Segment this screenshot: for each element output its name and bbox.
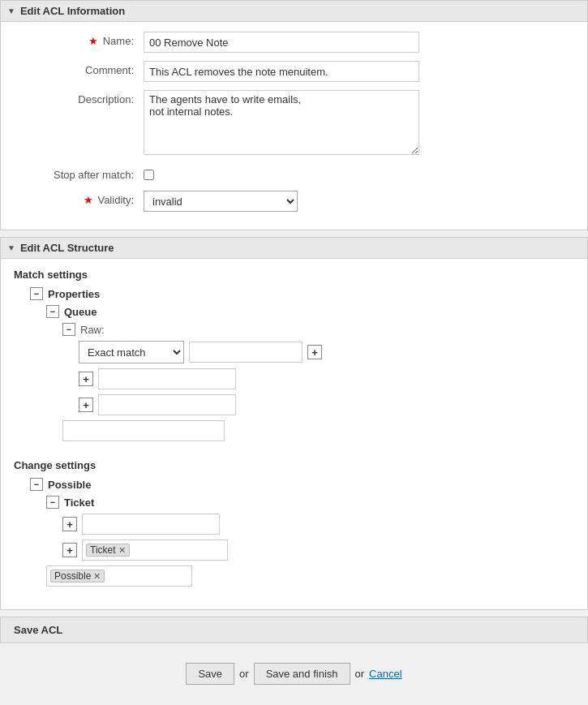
match-type-select[interactable]: Exact match Regular expression Not equal… bbox=[79, 341, 184, 363]
add-raw-row-2-btn[interactable]: + bbox=[79, 398, 93, 412]
edit-acl-info-title: Edit ACL Information bbox=[20, 5, 125, 17]
stop-after-match-label: Stop after match: bbox=[14, 166, 144, 181]
or-text-2: or bbox=[355, 668, 365, 680]
possible-tag-container: Possible ✕ bbox=[46, 565, 192, 587]
possible-label: Possible bbox=[48, 479, 91, 491]
stop-after-match-field-container bbox=[144, 166, 574, 183]
comment-label: Comment: bbox=[14, 61, 144, 76]
bottom-buttons-container: Save or Save and finish or Cancel bbox=[0, 650, 588, 698]
raw-input-row-2: + bbox=[14, 394, 574, 415]
queue-collapse-btn[interactable]: − bbox=[46, 305, 59, 318]
queue-search-input[interactable] bbox=[62, 420, 225, 441]
ticket-row: − Ticket bbox=[14, 496, 574, 509]
ticket-tag-text: Ticket bbox=[90, 544, 116, 556]
description-field-container: The agents have to write emails, not int… bbox=[144, 90, 574, 157]
add-ticket-tag-btn[interactable]: + bbox=[62, 543, 77, 557]
ticket-tag: Ticket ✕ bbox=[86, 544, 130, 557]
ticket-tag-container: Ticket ✕ bbox=[82, 539, 228, 561]
edit-acl-structure-section: ▼ Edit ACL Structure Match settings − Pr… bbox=[0, 237, 588, 610]
validity-label: ★ Validity: bbox=[14, 191, 144, 206]
stop-after-match-row: Stop after match: bbox=[14, 166, 574, 183]
properties-row: − Properties bbox=[14, 287, 574, 300]
collapse-triangle-info: ▼ bbox=[7, 6, 15, 15]
ticket-input-row-1: + bbox=[14, 514, 574, 535]
raw-collapse-btn[interactable]: − bbox=[62, 323, 75, 336]
raw-label: Raw: bbox=[80, 324, 105, 336]
validity-row: ★ Validity: invalid valid bbox=[14, 191, 574, 212]
description-label: Description: bbox=[14, 90, 144, 105]
save-and-finish-button[interactable]: Save and finish bbox=[254, 663, 350, 685]
edit-acl-info-header[interactable]: ▼ Edit ACL Information bbox=[1, 1, 587, 22]
description-row: Description: The agents have to write em… bbox=[14, 90, 574, 157]
save-acl-label: Save ACL bbox=[14, 624, 62, 636]
name-row: ★ Name: bbox=[14, 32, 574, 53]
validity-select[interactable]: invalid valid bbox=[144, 191, 298, 212]
match-value-input[interactable] bbox=[189, 342, 303, 363]
spacer-1 bbox=[14, 446, 574, 459]
spacer-2 bbox=[14, 591, 574, 600]
possible-tag: Possible ✕ bbox=[50, 570, 105, 582]
validity-field-container: invalid valid bbox=[144, 191, 574, 212]
ticket-tag-close-btn[interactable]: ✕ bbox=[118, 545, 126, 556]
possible-tag-row: Possible ✕ bbox=[14, 565, 574, 587]
ticket-collapse-btn[interactable]: − bbox=[46, 496, 59, 509]
add-ticket-input-1-btn[interactable]: + bbox=[62, 517, 77, 531]
cancel-button[interactable]: Cancel bbox=[369, 668, 401, 680]
name-required: ★ bbox=[88, 35, 98, 47]
possible-collapse-btn[interactable]: − bbox=[30, 478, 43, 491]
comment-input[interactable] bbox=[144, 61, 419, 82]
validity-required: ★ bbox=[84, 194, 93, 206]
properties-label: Properties bbox=[48, 288, 100, 300]
match-settings-label: Match settings bbox=[14, 269, 574, 281]
edit-acl-structure-header[interactable]: ▼ Edit ACL Structure bbox=[1, 238, 587, 259]
comment-row: Comment: bbox=[14, 61, 574, 82]
collapse-triangle-structure: ▼ bbox=[7, 243, 15, 252]
raw-input-row-1: + bbox=[14, 368, 574, 389]
comment-field-container bbox=[144, 61, 574, 82]
acl-structure-body: Match settings − Properties − Queue − Ra… bbox=[1, 259, 587, 609]
ticket-tag-row: + Ticket ✕ bbox=[14, 539, 574, 561]
edit-acl-structure-title: Edit ACL Structure bbox=[20, 242, 114, 254]
stop-after-match-checkbox[interactable] bbox=[144, 170, 154, 180]
queue-label: Queue bbox=[64, 306, 97, 318]
save-button[interactable]: Save bbox=[186, 663, 234, 685]
name-label: ★ Name: bbox=[14, 32, 144, 47]
match-type-row: Exact match Regular expression Not equal… bbox=[14, 341, 574, 363]
raw-input-1[interactable] bbox=[98, 368, 236, 389]
save-acl-section: Save ACL bbox=[0, 617, 588, 643]
edit-acl-info-section: ▼ Edit ACL Information ★ Name: Comment: … bbox=[0, 0, 588, 230]
ticket-input-1[interactable] bbox=[82, 514, 220, 535]
name-input[interactable] bbox=[144, 32, 419, 53]
description-textarea[interactable]: The agents have to write emails, not int… bbox=[144, 90, 419, 155]
properties-collapse-btn[interactable]: − bbox=[30, 287, 43, 300]
raw-row: − Raw: bbox=[14, 323, 574, 336]
queue-search-row bbox=[14, 420, 574, 441]
possible-tag-text: Possible bbox=[54, 570, 91, 582]
possible-tag-close-btn[interactable]: ✕ bbox=[93, 571, 101, 582]
name-field-container bbox=[144, 32, 574, 53]
possible-row: − Possible bbox=[14, 478, 574, 491]
edit-acl-info-body: ★ Name: Comment: Description: The agents… bbox=[1, 22, 587, 230]
or-text-1: or bbox=[239, 668, 249, 680]
ticket-label: Ticket bbox=[64, 497, 94, 509]
add-match-value-btn[interactable]: + bbox=[307, 345, 322, 359]
add-raw-row-1-btn[interactable]: + bbox=[79, 372, 93, 386]
change-settings-label: Change settings bbox=[14, 459, 574, 471]
raw-input-2[interactable] bbox=[98, 394, 236, 415]
queue-row: − Queue bbox=[14, 305, 574, 318]
